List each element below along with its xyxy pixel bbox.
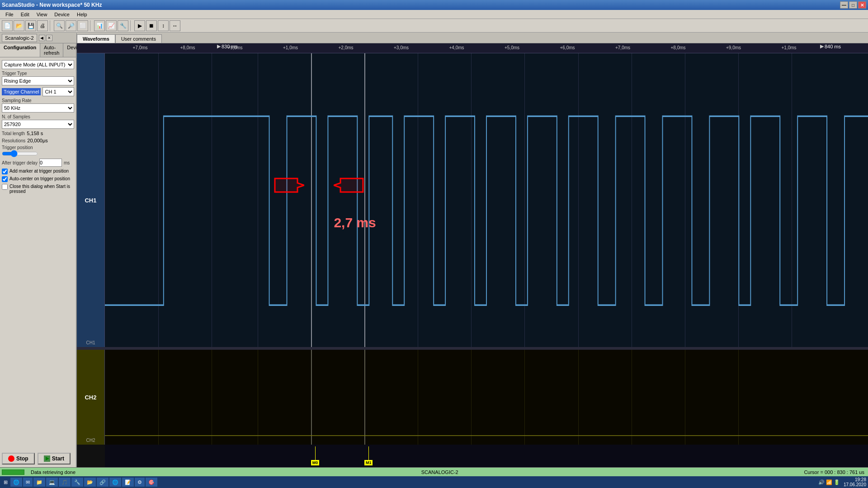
taskbar-app1[interactable]: 📁 [33, 478, 45, 487]
ch2-label-panel: CH2 CH2 [77, 350, 105, 445]
menu-view[interactable]: View [33, 11, 51, 18]
delay-input[interactable] [39, 159, 62, 167]
resolutions-value: 20,000μs [27, 138, 47, 143]
menu-device[interactable]: Device [51, 11, 73, 18]
trigger-type-select[interactable]: Rising Edge [2, 76, 74, 85]
trigger-channel-label-badge: Trigger Channel [2, 88, 41, 95]
checkbox2-row: Auto-center on trigger position [2, 176, 74, 182]
status-right: Cursor = 000 : 830 : 761 us [800, 469, 868, 475]
checkbox1[interactable] [2, 169, 8, 174]
taskbar-app6[interactable]: 🔗 [97, 478, 108, 487]
status-progress [0, 468, 27, 476]
sampling-rate-row: Sampling Rate 50 KHz [2, 98, 74, 113]
capture-mode-row: Capture Mode (ALL INPUT) [2, 60, 74, 69]
sep2 [90, 20, 92, 31]
marker-area: M0 M1 [105, 445, 868, 467]
taskbar-app4[interactable]: 🔧 [71, 478, 83, 487]
taskbar-ie[interactable]: 🌐 [10, 478, 22, 487]
device-close-button[interactable]: ✕ [46, 35, 52, 41]
user-comments-tab[interactable]: User comments [115, 34, 162, 43]
n-samples-label: N. of Samples [2, 114, 74, 119]
tick-8ms: +8,0ms [180, 45, 195, 50]
zoom-in-button[interactable]: 🔎 [66, 20, 76, 31]
tool9[interactable]: ↕ [158, 20, 169, 31]
minimize-button[interactable]: — [840, 1, 848, 9]
bottom-label-spacer [77, 445, 105, 467]
sampling-rate-select[interactable]: 50 KHz [2, 103, 74, 113]
checkbox3-label: Close this dialog when Start is pressed [9, 184, 74, 194]
device-tab[interactable]: Scanalogic-2 [2, 34, 37, 42]
tool4[interactable]: 📊 [94, 20, 105, 31]
taskbar-app7[interactable]: 🌐 [109, 478, 121, 487]
stop-button[interactable]: Stop [2, 453, 35, 465]
taskbar-app3[interactable]: 🎵 [59, 478, 71, 487]
ch2-display[interactable] [105, 350, 868, 445]
arrow-left-marker [334, 174, 365, 197]
print-button[interactable]: 🖨 [37, 20, 48, 31]
device-pin-button[interactable]: ◀ [39, 35, 45, 41]
configuration-tab[interactable]: Configuration [0, 43, 40, 57]
taskbar-app10[interactable]: 🎯 [146, 478, 157, 487]
status-mid: SCANALOGIC-2 [79, 469, 800, 475]
taskbar-app8[interactable]: 📝 [122, 478, 134, 487]
m1-line [368, 446, 369, 460]
total-length-label: Total length [2, 131, 25, 136]
zoom-out-button[interactable]: 🔍 [54, 20, 65, 31]
ch1-display[interactable]: 2,7 ms [105, 53, 868, 347]
trigger-channel-select[interactable]: CH 1 [42, 87, 74, 96]
open-button[interactable]: 📂 [14, 20, 24, 31]
toolbar: 📄 📂 💾 🖨 🔍 🔎 ⬜ 📊 📈 🔧 ▶ ⏹ ↕ ↔ [0, 19, 868, 33]
save-button[interactable]: 💾 [25, 20, 36, 31]
tool10[interactable]: ↔ [170, 20, 180, 31]
start-button[interactable]: Start [38, 453, 71, 465]
waveforms-tab[interactable]: Waveforms [77, 34, 115, 43]
ch1-sub-label: CH1 [86, 340, 95, 345]
progress-bar [2, 469, 24, 475]
svg-marker-2 [275, 178, 304, 192]
taskbar-app9[interactable]: ⚙ [135, 478, 145, 487]
start-menu[interactable]: ⊞ [2, 479, 9, 485]
close-button[interactable]: ✕ [858, 1, 866, 9]
trigger-channel-row: Trigger Channel CH 1 [2, 87, 74, 96]
tick-3ms: +3,0ms [394, 45, 409, 50]
checkbox2[interactable] [2, 176, 8, 182]
taskbar-app5[interactable]: 📂 [84, 478, 96, 487]
tick-1ms: +1,0ms [283, 45, 298, 50]
tool6[interactable]: 🔧 [118, 20, 128, 31]
tool3[interactable]: ⬜ [77, 20, 88, 31]
taskbar-mail[interactable]: ✉ [23, 478, 33, 487]
trigger-type-label: Trigger Type [2, 71, 74, 76]
tool7[interactable]: ▶ [134, 20, 145, 31]
menu-help[interactable]: Help [73, 11, 91, 18]
m0-marker: M0 [311, 446, 320, 465]
start-label: Start [52, 455, 64, 462]
start-icon [44, 455, 50, 462]
n-samples-select[interactable]: 257920 [2, 120, 74, 129]
tool8[interactable]: ⏹ [146, 20, 157, 31]
ch1-main-label: CH1 [85, 197, 96, 204]
ch1-waveform-svg [105, 53, 868, 347]
tool5[interactable]: 📈 [106, 20, 117, 31]
m0-label: M0 [311, 460, 320, 465]
checkbox1-row: Add marker at trigger position [2, 169, 74, 174]
taskbar-app2[interactable]: 💻 [46, 478, 58, 487]
total-length-field: Total length 5,158 s [2, 131, 74, 136]
svg-marker-4 [334, 178, 363, 192]
auto-refresh-tab[interactable]: Auto-refresh [40, 43, 63, 57]
statusbar: Data retrieving done SCANALOGIC-2 Cursor… [0, 467, 868, 476]
ch2-waveform-svg [105, 350, 868, 445]
after-trigger-row: After trigger delay ms [2, 159, 74, 167]
menu-edit[interactable]: Edit [17, 11, 33, 18]
config-tabs: Configuration Auto-refresh Device [0, 43, 76, 57]
trigger-position-slider[interactable] [2, 150, 38, 157]
maximize-button[interactable]: □ [849, 1, 857, 9]
new-button[interactable]: 📄 [2, 20, 13, 31]
checkbox3[interactable] [2, 184, 8, 190]
trigger-position-row: Trigger position [2, 145, 74, 157]
ch2-sub-label: CH2 [86, 438, 95, 443]
m1-label: M1 [364, 460, 373, 465]
device-tab-label: Scanalogic-2 [5, 35, 34, 41]
capture-mode-select[interactable]: Capture Mode (ALL INPUT) [2, 60, 74, 69]
menu-file[interactable]: File [2, 11, 17, 18]
control-buttons: Stop Start [0, 450, 76, 467]
